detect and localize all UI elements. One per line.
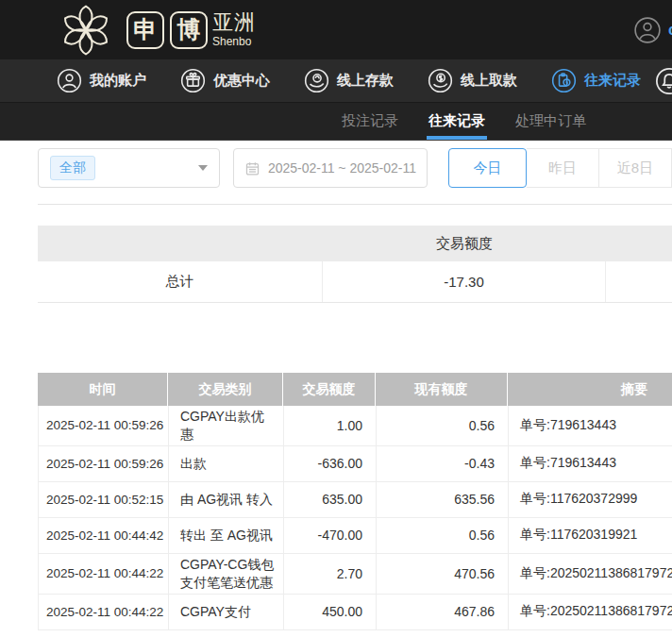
- transactions-table: 时间 交易类别 交易额度 现有额度 摘要 2025-02-11 00:59:26…: [38, 373, 672, 630]
- user-avatar-icon: [633, 16, 662, 44]
- date-range-input[interactable]: 2025-02-11 ~ 2025-02-11: [233, 148, 428, 188]
- table-row: 2025-02-11 00:44:22 CGPAY-CG钱包支付笔笔送优惠 2.…: [38, 554, 672, 595]
- filter-row: 全部 2025-02-11 ~ 2025-02-11 今日 昨日 近8日: [38, 148, 672, 188]
- cell-time: 2025-02-11 00:44:22: [39, 595, 169, 629]
- cell-summary: 单号:202502113868179729: [509, 554, 672, 594]
- cell-balance: 635.56: [377, 482, 509, 517]
- cell-summary: 单号:202502113868179729: [509, 595, 672, 629]
- cell-type: CGPAY出款优惠: [169, 406, 284, 445]
- column-header-amount: 交易额度: [283, 373, 376, 406]
- cell-summary: 单号:117620319921: [509, 518, 672, 553]
- summary-header-row: 交易额度: [38, 226, 672, 261]
- category-selected-chip: 全部: [50, 156, 95, 180]
- calendar-icon: [244, 160, 260, 176]
- nav-item-label: 优惠中心: [213, 72, 270, 90]
- table-header-row: 时间 交易类别 交易额度 现有额度 摘要: [38, 373, 672, 406]
- logo-region-text: 亚洲: [212, 12, 256, 33]
- cell-amount: -470.00: [284, 518, 377, 553]
- column-header-balance: 现有额度: [376, 373, 508, 406]
- cell-type: CGPAY-CG钱包支付笔笔送优惠: [169, 554, 284, 594]
- deposit-icon: [304, 68, 329, 93]
- brand-logo[interactable]: 申 博 亚洲 Shenbo: [51, 2, 256, 59]
- flower-logo-icon: [51, 2, 121, 59]
- tab-label: 往来记录: [428, 112, 485, 130]
- today-button[interactable]: 今日: [448, 148, 527, 188]
- cell-balance: 0.56: [377, 518, 509, 553]
- cell-balance: -0.43: [377, 446, 509, 481]
- table-row: 2025-02-11 00:44:42 转出 至 AG视讯 -470.00 0.…: [38, 518, 672, 554]
- username-text: c: [668, 22, 672, 39]
- summary-total-value: -17.30: [323, 261, 606, 302]
- top-header: 申 博 亚洲 Shenbo c: [0, 0, 672, 59]
- cell-balance: 470.56: [377, 554, 509, 594]
- cell-summary: 单号:719613443: [509, 406, 672, 445]
- column-header-type: 交易类别: [168, 373, 283, 406]
- summary-amount-header: 交易额度: [323, 235, 606, 253]
- nav-item-promotions[interactable]: 优惠中心: [180, 68, 270, 93]
- nav-item-deposit[interactable]: 线上存款: [304, 68, 394, 93]
- summary-total-label: 总计: [38, 261, 323, 302]
- table-row: 2025-02-11 00:59:26 出款 -636.00 -0.43 单号:…: [38, 446, 672, 482]
- cell-amount: 1.00: [284, 406, 377, 445]
- gift-icon: [180, 68, 206, 93]
- nav-item-label: 线上存款: [337, 72, 394, 90]
- cell-balance: 0.56: [377, 406, 509, 445]
- category-select[interactable]: 全部: [38, 148, 220, 188]
- column-header-summary: 摘要: [508, 373, 672, 406]
- summary-total-row: 总计 -17.30: [38, 261, 672, 303]
- sub-nav: 投注记录 往来记录 处理中订单: [0, 103, 672, 141]
- cell-amount: 450.00: [284, 595, 377, 629]
- chevron-down-icon: [198, 165, 208, 171]
- logo-char-bo: 博: [170, 11, 208, 49]
- table-row: 2025-02-11 00:44:22 CGPAY支付 450.00 467.8…: [38, 595, 672, 630]
- user-account[interactable]: c: [633, 0, 672, 59]
- cell-time: 2025-02-11 00:44:42: [39, 518, 169, 553]
- cell-time: 2025-02-11 00:59:26: [39, 406, 169, 445]
- last-8-days-button[interactable]: 近8日: [599, 148, 672, 188]
- nav-item-my-account[interactable]: 我的账户: [57, 68, 146, 93]
- cell-summary: 单号:117620372999: [509, 482, 672, 517]
- nav-item-label: 我的账户: [90, 72, 146, 90]
- tab-processing-orders[interactable]: 处理中订单: [515, 103, 586, 140]
- cell-amount: 2.70: [284, 554, 377, 594]
- cell-amount: -636.00: [284, 446, 377, 481]
- summary-table: 交易额度 总计 -17.30: [38, 226, 672, 303]
- summary-empty-cell: [606, 261, 672, 302]
- cell-type: 出款: [169, 446, 284, 481]
- tab-betting-records[interactable]: 投注记录: [342, 103, 398, 140]
- content-area: 全部 2025-02-11 ~ 2025-02-11 今日 昨日 近8日 交易额…: [0, 148, 672, 630]
- column-header-time: 时间: [38, 373, 168, 406]
- bell-icon[interactable]: [655, 67, 672, 95]
- cell-summary: 单号:719613443: [509, 446, 672, 481]
- records-icon: [551, 68, 577, 93]
- withdraw-icon: [428, 68, 453, 93]
- cell-time: 2025-02-11 00:44:22: [39, 554, 169, 594]
- nav-item-withdraw[interactable]: 线上取款: [428, 68, 517, 93]
- user-icon: [57, 68, 82, 93]
- section-divider: [38, 204, 672, 205]
- tab-label: 处理中订单: [515, 112, 586, 130]
- cell-balance: 467.86: [377, 595, 509, 629]
- nav-item-transactions[interactable]: 往来记录: [551, 68, 641, 93]
- yesterday-button[interactable]: 昨日: [527, 148, 599, 188]
- main-nav: 我的账户 优惠中心 线上存款: [0, 59, 672, 103]
- logo-char-shen: 申: [126, 11, 164, 49]
- cell-amount: 635.00: [284, 482, 377, 517]
- table-row: 2025-02-11 00:59:26 CGPAY出款优惠 1.00 0.56 …: [38, 406, 672, 446]
- tab-label: 投注记录: [342, 112, 398, 130]
- cell-type: 由 AG视讯 转入: [169, 482, 284, 517]
- cell-time: 2025-02-11 00:52:15: [39, 482, 169, 517]
- logo-brand-sub: Shenbo: [212, 36, 256, 47]
- nav-item-label: 线上取款: [461, 72, 517, 90]
- cell-time: 2025-02-11 00:59:26: [39, 446, 169, 481]
- quick-range-buttons: 今日 昨日 近8日: [448, 148, 672, 188]
- date-range-value: 2025-02-11 ~ 2025-02-11: [268, 160, 416, 176]
- tab-transaction-records[interactable]: 往来记录: [428, 103, 485, 140]
- nav-item-label: 往来记录: [584, 72, 641, 90]
- cell-type: 转出 至 AG视讯: [169, 518, 284, 553]
- cell-type: CGPAY支付: [169, 595, 284, 629]
- table-row: 2025-02-11 00:52:15 由 AG视讯 转入 635.00 635…: [38, 482, 672, 518]
